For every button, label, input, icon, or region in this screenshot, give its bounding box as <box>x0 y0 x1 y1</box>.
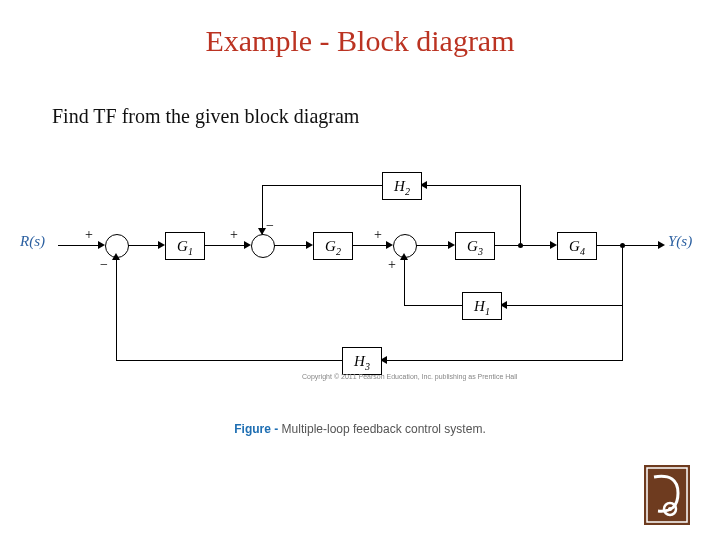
institution-logo-icon <box>644 465 690 525</box>
block-h2: H2 <box>382 172 422 200</box>
block-g1: G1 <box>165 232 205 260</box>
block-diagram: R(s) + − G1 + − G2 + + G3 G4 Y(s) <box>20 130 700 400</box>
svg-point-3 <box>668 507 672 511</box>
sum2-minus: − <box>266 218 274 234</box>
block-g2: G2 <box>313 232 353 260</box>
sum1-plus: + <box>85 227 93 243</box>
sum3-plus-bot: + <box>388 257 396 273</box>
figure-caption: Figure - Multiple-loop feedback control … <box>0 422 720 436</box>
block-g4: G4 <box>557 232 597 260</box>
block-h1: H1 <box>462 292 502 320</box>
sum-junction-2 <box>251 234 275 258</box>
output-label: Y(s) <box>668 233 692 250</box>
problem-statement: Find TF from the given block diagram <box>52 105 359 128</box>
input-label: R(s) <box>20 233 45 250</box>
sum1-minus: − <box>100 257 108 273</box>
copyright-text: Copyright © 2011 Pearson Education, Inc.… <box>302 373 517 380</box>
caption-label: Figure - <box>234 422 278 436</box>
sum2-plus: + <box>230 227 238 243</box>
svg-rect-0 <box>644 465 690 525</box>
caption-text: Multiple-loop feedback control system. <box>278 422 485 436</box>
block-g3: G3 <box>455 232 495 260</box>
block-h3: H3 <box>342 347 382 375</box>
sum3-plus-top: + <box>374 227 382 243</box>
slide-title: Example - Block diagram <box>0 24 720 58</box>
